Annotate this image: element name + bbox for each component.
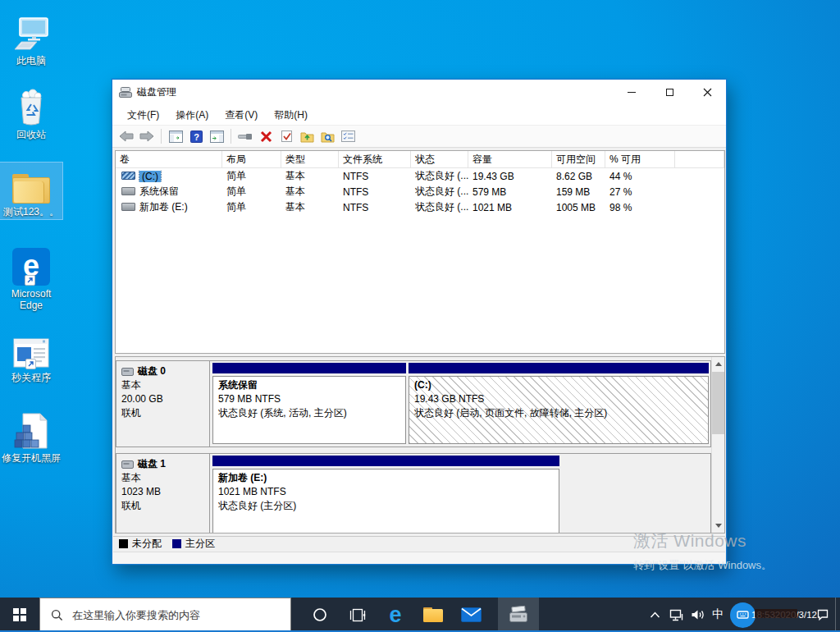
maximize-button[interactable] [651,80,688,105]
volume-table-header: 卷 布局 类型 文件系统 状态 容量 可用空间 % 可用 [116,151,724,168]
header-free-space[interactable]: 可用空间 [552,151,605,167]
legend-bar: 未分配 主分区 [113,536,725,551]
taskbar-mail-button[interactable] [452,598,490,632]
header-volume[interactable]: 卷 [116,151,222,167]
desktop-icon-recycle-bin[interactable]: 回收站 [0,85,62,142]
action-center-icon [816,608,829,621]
volume-speaker-icon[interactable] [687,598,708,632]
partition-new-volume-e[interactable]: 新加卷 (E:) 1021 MB NTFS 状态良好 (主分区) [212,456,559,534]
explore-folder-button[interactable] [318,127,336,145]
partition-c[interactable]: (C:) 19.43 GB NTFS 状态良好 (启动, 页面文件, 故障转储,… [409,363,709,444]
partition-color-bar [409,363,709,373]
windows-logo-icon [13,608,26,621]
start-button[interactable] [0,598,39,632]
disk-0-info-panel[interactable]: 磁盘 0 基本 20.00 GB 联机 [116,361,210,447]
edge-icon: e [0,246,62,286]
menu-view[interactable]: 查看(V) [217,106,266,125]
taskbar-disk-management-button[interactable] [498,598,539,632]
taskbar-edge-button[interactable]: e [377,598,414,632]
toolbar: ? [112,125,726,148]
task-view-icon [349,608,366,622]
header-filler [675,151,724,167]
this-pc-icon [0,13,62,53]
desktop-icon-microsoft-edge[interactable]: e Microsoft Edge [0,245,62,313]
scrollbar-thumb[interactable] [712,372,724,434]
shortcut-arrow-icon [25,359,36,369]
volume-row-c[interactable]: (C:) 简单 基本 NTFS 状态良好 (... 19.43 GB 8.62 … [116,168,724,184]
desktop-icon-test-folder[interactable]: 测试123。。 [0,163,62,219]
vertical-scrollbar[interactable] [711,357,724,533]
volume-icon [121,203,135,211]
taskbar: e [0,598,840,632]
show-desktop-button[interactable] [835,598,840,632]
toolbar-separator [161,129,162,144]
task-view-button[interactable] [339,598,377,632]
header-status[interactable]: 状态 [411,151,468,167]
forward-button[interactable] [138,127,156,145]
disk-status: 联机 [121,406,204,420]
show-action-pane-button[interactable] [208,127,226,145]
window-title: 磁盘管理 [137,85,176,99]
disk-icon [121,368,134,376]
desktop-icon-fix-black-screen[interactable]: 修复开机黑屏 [0,409,62,465]
disk-0-row: 磁盘 0 基本 20.00 GB 联机 系统保留 579 MB NTFS 状态良… [116,360,711,447]
partition-system-reserved[interactable]: 系统保留 579 MB NTFS 状态良好 (系统, 活动, 主分区) [212,363,406,444]
mark-active-button[interactable] [277,127,295,145]
volume-row-system-reserved[interactable]: 系统保留 简单 基本 NTFS 状态良好 (... 579 MB 159 MB … [116,184,724,199]
desktop-icon-this-pc[interactable]: 此电脑 [0,11,62,68]
file-explorer-icon [423,607,443,622]
legend-unallocated-swatch [119,539,128,548]
tray-expand-chevron[interactable] [644,598,665,632]
cortana-button[interactable] [301,598,339,632]
status-bar [113,552,725,564]
minimize-button[interactable] [613,80,651,105]
search-icon [51,609,63,621]
desktop-icon-quick-close-app[interactable]: 秒关程序 [0,328,62,385]
disk-1-info-panel[interactable]: 磁盘 1 基本 1023 MB 联机 [116,454,210,534]
delete-volume-button[interactable] [257,127,275,145]
disk-icon [121,460,134,469]
scroll-down-button[interactable] [712,519,724,533]
header-pct-free[interactable]: % 可用 [605,151,675,167]
header-filesystem[interactable]: 文件系统 [339,151,411,167]
taskbar-search-box[interactable] [39,598,291,632]
mail-icon [461,607,482,622]
desktop-icon-label: 回收站 [0,129,62,140]
help-button[interactable]: ? [187,127,205,145]
tray-clock[interactable]: 18:53 2020/3/12 [758,598,810,632]
properties-tool-button[interactable] [236,127,254,145]
taskbar-file-explorer-button[interactable] [414,598,452,632]
checklist-button[interactable] [339,127,357,145]
scroll-up-button[interactable] [712,357,724,371]
disk-graphic-pane: 磁盘 0 基本 20.00 GB 联机 系统保留 579 MB NTFS 状态良… [115,356,725,534]
network-icon[interactable] [665,598,687,632]
header-capacity[interactable]: 容量 [468,151,552,167]
ime-language-indicator[interactable]: 中 [708,598,728,632]
volume-icon [121,172,135,180]
disk-size: 1023 MB [121,485,204,499]
menu-file[interactable]: 文件(F) [119,106,167,125]
header-layout[interactable]: 布局 [222,151,281,167]
close-button[interactable] [688,80,726,105]
disk-status: 联机 [121,499,204,513]
legend-unallocated-label: 未分配 [132,537,162,551]
disk-1-row: 磁盘 1 基本 1023 MB 联机 新加卷 (E:) 1021 MB NTFS… [116,453,711,534]
legend-primary-partition-label: 主分区 [185,537,215,551]
header-type[interactable]: 类型 [281,151,339,167]
show-console-tree-button[interactable] [167,127,185,145]
volume-row-new-volume-e[interactable]: 新加卷 (E:) 简单 基本 NTFS 状态良好 (... 1021 MB 10… [116,199,724,215]
volume-label-selected: (C:) [139,171,161,182]
menu-help[interactable]: 帮助(H) [266,106,316,125]
menu-action[interactable]: 操作(A) [167,106,217,125]
desktop-icon-label: 测试123。。 [0,206,62,218]
title-bar[interactable]: 磁盘管理 [112,80,726,105]
recycle-bin-icon [0,87,62,126]
back-button[interactable] [117,127,135,145]
desktop-icon-label: 修复开机黑屏 [0,452,62,464]
open-folder-button[interactable] [298,127,316,145]
toolbar-separator [231,129,231,144]
app-window-icon [0,330,62,369]
search-input[interactable] [71,608,290,622]
volume-label: 系统保留 [139,185,179,197]
disk-type: 基本 [121,378,204,392]
